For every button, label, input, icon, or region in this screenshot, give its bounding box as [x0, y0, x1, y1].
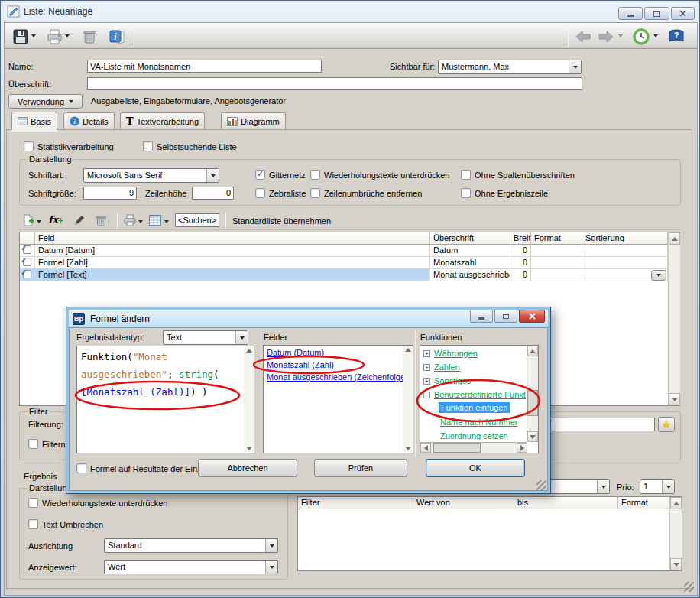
scroll-up-button[interactable]: [527, 346, 538, 356]
tree-item[interactable]: +Währungen: [423, 349, 478, 358]
schriftgroesse-input[interactable]: 9: [83, 187, 137, 200]
pruefen-button[interactable]: Prüfen: [314, 459, 407, 477]
wiederholungstexte-checkbox[interactable]: [310, 170, 320, 180]
scroll-up-button[interactable]: [669, 232, 680, 245]
info-button[interactable]: i: [106, 26, 128, 47]
maximize-button[interactable]: [644, 7, 669, 20]
name-input[interactable]: [87, 60, 322, 73]
edit-button[interactable]: [73, 214, 86, 227]
row-checkbox[interactable]: [23, 270, 31, 278]
funktionen-vscrollbar[interactable]: [527, 346, 538, 442]
forward-dropdown[interactable]: [618, 34, 623, 37]
resize-grip[interactable]: [684, 582, 694, 592]
grid-view-button[interactable]: [149, 215, 161, 226]
row-feld[interactable]: Formel [Zahl]: [35, 257, 430, 269]
suchen-input[interactable]: [175, 213, 219, 227]
row-sortierung[interactable]: [582, 245, 668, 257]
felder-list-scrollbar[interactable]: [403, 346, 413, 452]
prio-select[interactable]: 1: [640, 479, 675, 494]
row-breite[interactable]: 0: [510, 269, 531, 281]
dialog-close-button[interactable]: [519, 310, 545, 323]
row-feld[interactable]: Datum [Datum]: [35, 245, 430, 257]
tab-diagramm[interactable]: Diagramm: [221, 112, 286, 129]
tab-textverarbeitung[interactable]: T Textverarbeitung: [120, 112, 205, 129]
row-breite[interactable]: 0: [510, 245, 531, 257]
filter-table-header-format[interactable]: Format: [618, 497, 669, 509]
tree-item[interactable]: −Benutzerdefinierte Funkt: [423, 390, 526, 399]
tab-basis[interactable]: Basis: [11, 112, 57, 130]
zeilenhoehe-input[interactable]: 0: [192, 187, 234, 200]
collapse-icon[interactable]: −: [423, 392, 430, 398]
sichtbar-fuer-select[interactable]: Mustermann, Max: [438, 60, 582, 74]
row-ueberschrift[interactable]: Monatszahl: [430, 257, 510, 269]
save-button[interactable]: [10, 26, 31, 47]
selbstsuchende-checkbox[interactable]: [143, 141, 153, 151]
scroll-up-button[interactable]: [670, 497, 682, 509]
scroll-thumb[interactable]: [527, 390, 538, 416]
minimize-button[interactable]: [618, 7, 643, 20]
tab-details[interactable]: i Details: [63, 112, 115, 129]
add-field-dropdown[interactable]: [37, 220, 41, 223]
ergebnis-wiederholungstexte-checkbox[interactable]: [28, 498, 38, 508]
fields-table-scrollbar[interactable]: [668, 232, 680, 405]
gitternetz-checkbox[interactable]: [255, 170, 265, 180]
row-feld[interactable]: Formel [Text]: [35, 269, 430, 281]
filter-table-scrollbar[interactable]: [669, 497, 682, 570]
row-format[interactable]: [531, 245, 582, 257]
dialog-maximize-button[interactable]: [494, 310, 517, 323]
zeilenumbrueche-checkbox[interactable]: [310, 188, 320, 198]
scroll-down-button[interactable]: [669, 393, 680, 405]
ohne-ergebniszeile-checkbox[interactable]: [461, 188, 471, 198]
row-sortierung[interactable]: [582, 257, 668, 269]
back-button[interactable]: [572, 26, 594, 47]
close-button[interactable]: [671, 7, 695, 20]
history-button[interactable]: [630, 26, 652, 47]
scroll-left-button[interactable]: [420, 443, 431, 453]
filter-table-header-filter[interactable]: Filter: [298, 497, 413, 509]
scroll-down-button[interactable]: [670, 558, 682, 570]
favorite-star-button[interactable]: ★: [658, 417, 675, 432]
fields-table-header-breite[interactable]: Breite: [510, 232, 531, 245]
anzeigewert-select[interactable]: Wert: [104, 560, 278, 574]
list-item[interactable]: Monatszahl (Zahl): [267, 360, 334, 369]
list-item[interactable]: Datum (Datum): [267, 348, 324, 357]
filter-table-header-wert-von[interactable]: Wert von: [413, 497, 514, 509]
row-format[interactable]: [531, 269, 582, 281]
scroll-down-button[interactable]: [527, 431, 538, 442]
grid-view-dropdown[interactable]: [164, 220, 169, 223]
ok-button[interactable]: OK: [426, 459, 525, 477]
help-button[interactable]: ?: [666, 26, 687, 47]
einzelwerte-checkbox[interactable]: [76, 463, 86, 473]
row-ueberschrift[interactable]: Monat ausgeschrieben: [430, 269, 510, 281]
delete-field-button[interactable]: [95, 214, 108, 227]
sortierung-dropdown[interactable]: [651, 270, 666, 281]
filter-table-header-bis[interactable]: bis: [514, 497, 618, 509]
add-field-button[interactable]: [22, 214, 34, 227]
print-dropdown[interactable]: [65, 34, 70, 37]
tree-item[interactable]: Zuordnung setzen: [440, 431, 508, 440]
row-ueberschrift[interactable]: Datum: [430, 245, 510, 257]
verwendung-button[interactable]: Verwendung: [8, 94, 83, 109]
expand-icon[interactable]: +: [423, 378, 430, 385]
tree-item[interactable]: +Sonstiges: [423, 376, 471, 385]
funktionen-hscrollbar[interactable]: [420, 442, 527, 453]
fields-table-header-sortierung[interactable]: Sortierung: [582, 232, 668, 245]
scroll-right-button[interactable]: [517, 443, 527, 453]
filtern-checkbox[interactable]: [28, 439, 38, 449]
expand-icon[interactable]: +: [423, 364, 430, 371]
expand-icon[interactable]: +: [423, 350, 430, 357]
history-dropdown[interactable]: [653, 34, 658, 37]
print-list-button[interactable]: [123, 214, 137, 227]
felder-list[interactable]: Datum (Datum) Monatszahl (Zahl) Monat au…: [263, 345, 413, 453]
funktionen-tree[interactable]: +Währungen +Zahlen +Sonstiges −Benutzerd…: [420, 345, 539, 453]
tree-item-selected[interactable]: Funktion einfügen: [439, 403, 510, 412]
print-list-dropdown[interactable]: [138, 220, 143, 223]
fields-table-header-ueberschrift[interactable]: Überschrift: [430, 232, 510, 245]
dialog-resize-grip[interactable]: [536, 480, 546, 490]
formula-editor-scrollbar[interactable]: [244, 347, 254, 452]
save-dropdown[interactable]: [31, 34, 36, 37]
ueberschrift-input[interactable]: [87, 77, 582, 90]
fields-table-header-feld[interactable]: Feld: [35, 232, 430, 245]
text-umbrechen-checkbox[interactable]: [28, 519, 38, 529]
row-breite[interactable]: 0: [510, 257, 531, 269]
